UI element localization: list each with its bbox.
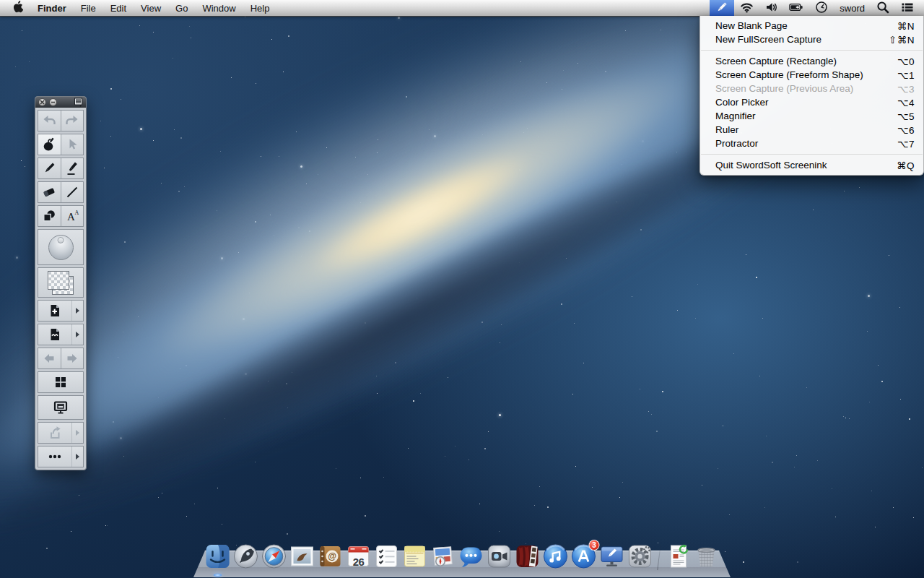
menu-edit[interactable]: Edit: [103, 0, 134, 16]
dock-divider: [657, 544, 661, 570]
notification-center-icon: [901, 1, 914, 16]
menu-item-color-picker[interactable]: Color Picker ⌥4: [700, 95, 923, 109]
notification-center-menu-extra[interactable]: [895, 0, 920, 16]
eraser-tool[interactable]: [38, 182, 61, 202]
share-flyout[interactable]: [72, 423, 83, 443]
more-tools-flyout[interactable]: [72, 447, 83, 467]
spotlight-search-icon: [876, 1, 889, 16]
facetime-app-icon[interactable]: [486, 543, 513, 570]
apple-logo-icon: [13, 1, 23, 15]
page-grid-button[interactable]: [38, 372, 83, 392]
clock-menu-extra[interactable]: [809, 0, 834, 16]
menu-separator: [701, 50, 923, 51]
volume-menu-extra[interactable]: [759, 0, 783, 16]
contacts-at-glyph: @: [328, 551, 336, 561]
wifi-icon: [740, 1, 754, 16]
menu-item-screen-capture-rectangle[interactable]: Screen Capture (Rectangle) ⌥0: [700, 54, 923, 68]
safari-app-icon[interactable]: [261, 543, 288, 570]
screenink-dropdown-menu: New Blank Page ⌘N New FullScreen Capture…: [699, 16, 924, 176]
desktop: Finder File Edit View Go Window Help: [0, 0, 924, 578]
select-cursor-tool[interactable]: [61, 134, 84, 155]
menu-item-new-blank-page[interactable]: New Blank Page ⌘N: [700, 19, 923, 33]
menu-go[interactable]: Go: [168, 0, 195, 16]
desktop-mode-button[interactable]: [38, 396, 83, 419]
menu-item-quit-screenink[interactable]: Quit SwordSoft Screenink ⌘Q: [700, 158, 923, 172]
menu-item-ruler[interactable]: Ruler ⌥6: [700, 123, 923, 137]
apple-menu[interactable]: [6, 0, 30, 16]
launchpad-app-icon[interactable]: [232, 543, 260, 570]
menu-item-new-fullscreen-capture[interactable]: New FullScreen Capture ⇧⌘N: [700, 33, 923, 46]
menu-window[interactable]: Window: [195, 0, 243, 16]
shapes-tool[interactable]: [38, 206, 61, 226]
volume-icon: [765, 1, 777, 16]
menu-help[interactable]: Help: [243, 0, 277, 16]
trash-icon[interactable]: [693, 543, 720, 570]
palette-title-bar[interactable]: [35, 97, 86, 108]
new-page-flyout[interactable]: [72, 301, 83, 321]
itunes-app-icon[interactable]: [542, 543, 570, 570]
app-store-app-icon[interactable]: 3: [570, 543, 598, 570]
menu-bar: Finder File Edit View Go Window Help: [0, 0, 924, 17]
menu-item-screen-capture-freeform[interactable]: Screen Capture (Freeform Shape) ⌥1: [700, 68, 923, 82]
reminders-app-icon[interactable]: [373, 543, 401, 570]
pencil-tool[interactable]: [38, 158, 61, 178]
screenink-app-icon[interactable]: [598, 543, 626, 570]
pencil-icon: [715, 1, 728, 16]
screenink-menu-extra[interactable]: [710, 0, 734, 16]
text-tool[interactable]: A A: [61, 206, 84, 226]
menu-bar-status: sword: [710, 0, 924, 16]
capture-page-button[interactable]: [38, 324, 71, 345]
marker-tool[interactable]: [61, 158, 84, 178]
contacts-app-icon[interactable]: @: [317, 543, 344, 570]
dock: @ 26: [0, 532, 924, 578]
capture-page-flyout[interactable]: [72, 324, 83, 345]
next-page-button[interactable]: [61, 348, 84, 368]
username: sword: [840, 3, 865, 14]
menu-separator: [701, 154, 923, 155]
text-tool-glyph: A: [67, 211, 75, 223]
palette-minimize-button[interactable]: [49, 98, 57, 106]
screenink-tool-palette: A A: [35, 96, 87, 470]
clock-icon: [815, 1, 828, 16]
previous-page-button[interactable]: [38, 348, 61, 368]
menu-item-protractor[interactable]: Protractor ⌥7: [700, 137, 923, 150]
finder-app-icon[interactable]: [204, 543, 232, 570]
line-tool[interactable]: [61, 182, 84, 202]
menu-bar-left: Finder File Edit View Go Window Help: [0, 0, 276, 16]
battery-charging-icon: [789, 1, 803, 16]
calendar-app-icon[interactable]: 26: [345, 543, 372, 570]
photo-booth-app-icon[interactable]: [514, 543, 541, 570]
menu-app-name[interactable]: Finder: [30, 0, 74, 16]
brush-size-ball[interactable]: [38, 230, 83, 264]
battery-menu-extra[interactable]: [783, 0, 809, 16]
menu-item-magnifier[interactable]: Magnifier ⌥5: [700, 109, 923, 123]
new-page-button[interactable]: [38, 301, 71, 321]
user-switcher-menu-extra[interactable]: sword: [834, 0, 871, 16]
mail-app-icon[interactable]: [289, 543, 316, 570]
pen-mouse-tool[interactable]: [38, 134, 61, 155]
undo-button[interactable]: [38, 111, 61, 131]
wifi-menu-extra[interactable]: [734, 0, 759, 16]
document-stack-icon[interactable]: [665, 543, 692, 570]
text-tool-glyph-small: A: [74, 210, 79, 216]
palette-body: A A: [35, 108, 86, 470]
palette-menu-button[interactable]: [74, 98, 83, 107]
share-button[interactable]: [38, 423, 71, 443]
system-preferences-app-icon[interactable]: [627, 543, 654, 570]
finder-running-indicator: [214, 574, 222, 577]
pattern-swatches[interactable]: [38, 268, 83, 297]
brush-ball-icon: [48, 235, 74, 260]
spotlight-menu-extra[interactable]: [871, 0, 895, 16]
messages-app-icon[interactable]: [458, 543, 485, 570]
menu-item-screen-capture-previous-area: Screen Capture (Previous Area) ⌥3: [700, 82, 923, 95]
dock-icons: @ 26: [204, 543, 720, 570]
palette-close-button[interactable]: [38, 98, 46, 106]
more-tools-button[interactable]: [38, 447, 71, 467]
notes-app-icon[interactable]: [401, 543, 429, 570]
pattern-swatch-icon: [46, 269, 75, 296]
calendar-day-number: 26: [345, 556, 372, 568]
menu-file[interactable]: File: [74, 0, 103, 16]
redo-button[interactable]: [61, 111, 84, 131]
menu-view[interactable]: View: [134, 0, 168, 16]
preview-app-icon[interactable]: [430, 543, 457, 570]
